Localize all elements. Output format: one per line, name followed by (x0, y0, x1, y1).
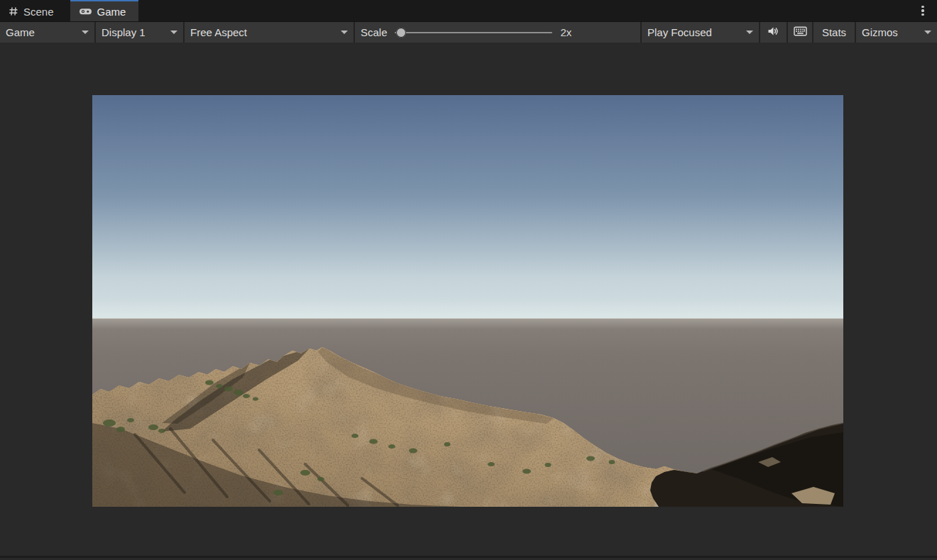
game-controller-icon (79, 7, 92, 16)
mute-audio-button[interactable] (760, 22, 787, 43)
keyboard-shortcuts-button[interactable] (788, 22, 812, 43)
game-render-viewport[interactable] (92, 95, 843, 507)
sky (92, 95, 843, 319)
stats-label: Stats (822, 26, 846, 38)
aspect-ratio-dropdown[interactable]: Free Aspect (185, 22, 354, 43)
chevron-down-icon (924, 31, 931, 34)
chevron-down-icon (746, 31, 753, 34)
game-view-mode-label: Game (6, 26, 35, 38)
chevron-down-icon (170, 31, 177, 34)
scale-control: Scale 2x (355, 22, 640, 43)
aspect-ratio-label: Free Aspect (190, 26, 247, 38)
panel-tab-bar: Scene Game (0, 0, 937, 21)
scale-slider[interactable] (395, 27, 552, 38)
horizon-haze (92, 300, 843, 319)
chevron-down-icon (341, 31, 348, 34)
tab-scene[interactable]: Scene (0, 0, 67, 21)
scene-grid-icon (9, 6, 18, 16)
game-view-toolbar: Game Display 1 Free Aspect Scale 2x Play… (0, 21, 937, 43)
window-bottom-edge (0, 556, 937, 558)
speaker-icon (767, 26, 779, 38)
scale-slider-thumb[interactable] (396, 28, 406, 38)
scale-label: Scale (361, 26, 388, 38)
display-dropdown[interactable]: Display 1 (96, 22, 183, 43)
scale-slider-track[interactable] (395, 32, 552, 33)
game-view-canvas (0, 43, 937, 558)
tab-game-label: Game (97, 6, 126, 18)
gizmos-dropdown[interactable]: Gizmos (856, 22, 937, 43)
play-focused-dropdown[interactable]: Play Focused (642, 22, 759, 43)
game-view-mode-dropdown[interactable]: Game (0, 22, 94, 43)
scale-value: 2x (561, 26, 572, 38)
chevron-down-icon (82, 31, 89, 34)
tab-game[interactable]: Game (70, 0, 139, 21)
play-focused-label: Play Focused (647, 26, 712, 38)
gizmos-label: Gizmos (862, 26, 898, 38)
tab-scene-label: Scene (23, 6, 54, 18)
keyboard-icon (794, 26, 807, 38)
rendered-scene (92, 95, 843, 507)
more-options-kebab-icon[interactable] (914, 0, 931, 21)
stats-toggle-button[interactable]: Stats (813, 22, 855, 43)
display-dropdown-label: Display 1 (102, 26, 146, 38)
